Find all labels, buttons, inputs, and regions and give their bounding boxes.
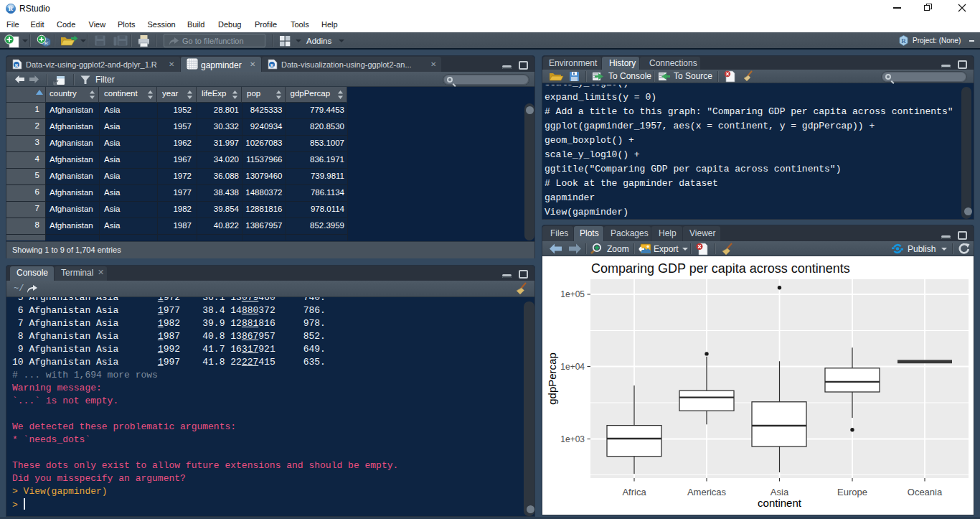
svg-text:continent: continent (758, 497, 802, 509)
svg-text:Americas: Americas (687, 487, 727, 497)
svg-text:R: R (15, 62, 19, 67)
svg-text:1e+05: 1e+05 (560, 289, 585, 299)
svg-text:gdpPercap: gdpPercap (546, 352, 558, 405)
svg-text:1e+04: 1e+04 (560, 362, 585, 372)
svg-text:Comparing GDP per capita acros: Comparing GDP per capita across continen… (591, 261, 850, 276)
svg-text:Europe: Europe (837, 487, 867, 497)
svg-text:Asia: Asia (771, 487, 789, 497)
svg-text:Oceania: Oceania (908, 487, 943, 497)
svg-text:R: R (270, 62, 274, 67)
svg-text:R: R (9, 5, 14, 12)
svg-text:R: R (901, 37, 906, 45)
svg-text:Africa: Africa (622, 487, 646, 497)
svg-text:1e+03: 1e+03 (560, 434, 585, 444)
